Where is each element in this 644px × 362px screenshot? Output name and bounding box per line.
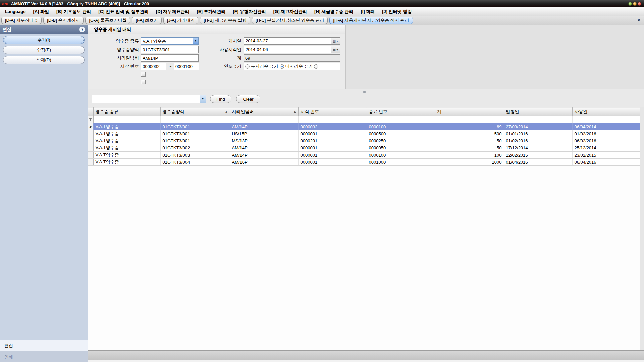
edit-button[interactable]: 수정(E) <box>3 46 85 54</box>
cell-type[interactable]: V.A.T영수증 <box>93 137 160 144</box>
cell-total[interactable]: 50 <box>435 144 504 152</box>
table-row[interactable]: V.A.T영수증 01GTKT3/003 AM/14P 0000001 0000… <box>88 152 640 159</box>
tab-receipt-book-management[interactable]: [H-A] 사용개시된 세금영수증 책자 관리 <box>329 17 413 24</box>
cell-serial[interactable]: HS/15P <box>230 130 298 137</box>
cell-end[interactable]: 0001000 <box>367 159 435 166</box>
cell-serial[interactable]: AM/14P <box>230 144 298 152</box>
menu-financial-statements[interactable]: [D] 재무제표관리 <box>152 7 193 16</box>
horizontal-splitter[interactable] <box>88 89 644 95</box>
menu-voucher-ledger[interactable]: [C] 전표 입력 및 장부관리 <box>95 7 152 16</box>
find-button[interactable]: Find <box>210 95 231 103</box>
cell-issue-date[interactable]: 27/03/2014 <box>504 123 572 130</box>
tab-tax-receipt-issue[interactable]: [H-B] 세금영수증 발행 <box>200 17 250 24</box>
cell-end[interactable]: 0000050 <box>367 144 435 152</box>
menu-tax-receipt[interactable]: [H] 세금영수증 관리 <box>311 7 357 16</box>
search-combobox[interactable]: ▼ <box>92 95 206 103</box>
use-start-date-picker[interactable]: 2014-04-06 ▦▼ <box>244 46 340 53</box>
cell-use-date[interactable]: 01/02/2016 <box>572 130 640 137</box>
filter-funnel-cell[interactable] <box>88 116 93 123</box>
clear-button[interactable]: Clear <box>236 95 260 103</box>
menu-internet-banking[interactable]: [J] 인터넷 뱅킹 <box>378 7 415 16</box>
add-button[interactable]: 추가(I) <box>3 36 85 44</box>
menu-currency[interactable]: [I] 화폐 <box>357 7 378 16</box>
chevron-down-icon[interactable]: ▼ <box>200 95 206 103</box>
header-serial-number[interactable]: 시리얼넘버▲ <box>230 107 298 116</box>
cell-form[interactable]: 01GTKT3/001 <box>160 130 230 137</box>
option-checkbox-1[interactable] <box>141 72 146 77</box>
radio-four-digit-icon[interactable] <box>280 64 284 69</box>
receipt-form-input[interactable] <box>141 46 199 53</box>
cell-issue-date[interactable]: 01/04/2016 <box>504 159 572 166</box>
header-receipt-type[interactable]: 영수증 종류 <box>93 107 160 116</box>
cell-start[interactable]: 0000001 <box>298 130 367 137</box>
cell-issue-date[interactable]: 01/01/2016 <box>504 130 572 137</box>
window-close-icon[interactable] <box>638 2 641 6</box>
cell-form[interactable]: 01GTKT3/001 <box>160 123 230 130</box>
cell-issue-date[interactable]: 12/02/2015 <box>504 152 572 159</box>
header-use-date[interactable]: 사용일 <box>572 107 640 116</box>
start-number-from-input[interactable] <box>141 63 166 70</box>
table-row[interactable]: V.A.T영수증 01GTKT3/004 AM/16P 0000001 0001… <box>88 159 640 166</box>
window-maximize-icon[interactable] <box>633 2 637 6</box>
filter-cell[interactable] <box>504 116 572 123</box>
cell-total[interactable]: 50 <box>435 137 504 144</box>
cell-type[interactable]: V.A.T영수증 <box>93 159 160 166</box>
vertical-scrollbar[interactable] <box>640 107 644 350</box>
cell-issue-date[interactable]: 01/02/2016 <box>504 137 572 144</box>
cell-end[interactable]: 0000250 <box>367 137 435 144</box>
calendar-icon[interactable]: ▦▼ <box>331 38 340 44</box>
table-row[interactable]: > V.A.T영수증 01GTKT3/001 AM/14P 0000032 00… <box>88 123 640 130</box>
cell-start[interactable]: 0000001 <box>298 159 367 166</box>
header-total[interactable]: 계 <box>435 107 504 116</box>
window-minimize-icon[interactable] <box>628 2 632 6</box>
sidebar-panel-edit[interactable]: 편집 <box>0 340 88 351</box>
filter-cell[interactable] <box>298 116 367 123</box>
cell-total[interactable]: 100 <box>435 152 504 159</box>
cell-use-date[interactable]: 25/12/2014 <box>572 144 640 152</box>
serial-number-input[interactable] <box>141 54 199 62</box>
cell-type[interactable]: V.A.T영수증 <box>93 123 160 130</box>
cell-total[interactable]: 500 <box>435 130 504 137</box>
cell-type[interactable]: V.A.T영수증 <box>93 144 160 152</box>
open-date-picker[interactable]: 2014-03-27 ▦▼ <box>244 37 340 45</box>
cell-serial[interactable]: AM/16P <box>230 159 298 166</box>
menu-language[interactable]: Language <box>1 7 29 16</box>
tab-goods-carryover[interactable]: [G-A] 물품초기이월 <box>85 17 130 24</box>
filter-cell[interactable] <box>160 116 230 123</box>
menu-fixed-assets[interactable]: [F] 유형자산관리 <box>229 7 269 16</box>
cell-serial[interactable]: AM/14P <box>230 123 298 130</box>
tab-balance-sheet[interactable]: [D-A] 재무상태표 <box>1 17 42 24</box>
filter-cell[interactable] <box>230 116 298 123</box>
collapse-panel-icon[interactable]: ▼ <box>79 27 85 32</box>
delete-button[interactable]: 삭제(D) <box>3 56 85 64</box>
cell-start[interactable]: 0000032 <box>298 123 367 130</box>
cell-end[interactable]: 0000100 <box>367 123 435 130</box>
tab-initial-price[interactable]: [I-A] 최초가 <box>132 17 161 24</box>
cell-use-date[interactable]: 23/02/2015 <box>572 152 640 159</box>
filter-cell[interactable] <box>572 116 640 123</box>
row-selector[interactable] <box>88 144 93 152</box>
tab-transactions[interactable]: [J-A] 거래내역 <box>163 17 198 24</box>
calendar-icon[interactable]: ▦▼ <box>331 46 340 53</box>
cell-use-date[interactable]: 06/04/2016 <box>572 159 640 166</box>
row-selector[interactable] <box>88 137 93 144</box>
cell-use-date[interactable]: 06/04/2014 <box>572 123 640 130</box>
cell-form[interactable]: 01GTKT3/001 <box>160 137 230 144</box>
cell-total[interactable]: 1000 <box>435 159 504 166</box>
menu-basic-info[interactable]: [B] 기초정보 관리 <box>53 7 95 16</box>
cell-serial[interactable]: MS/13P <box>230 137 298 144</box>
menu-inventory[interactable]: [G] 재고자산관리 <box>270 7 311 16</box>
menu-file[interactable]: [A] 파일 <box>29 7 53 16</box>
header-end-number[interactable]: 종료 번호 <box>367 107 435 116</box>
radio-extra-icon[interactable] <box>314 64 318 69</box>
cell-start[interactable]: 0000001 <box>298 144 367 152</box>
table-row[interactable]: V.A.T영수증 01GTKT3/002 AM/14P 0000001 0000… <box>88 144 640 152</box>
cell-end[interactable]: 0000100 <box>367 152 435 159</box>
sidebar-panel-print[interactable]: 인쇄 <box>0 351 88 362</box>
horizontal-scrollbar[interactable] <box>88 350 644 360</box>
filter-cell[interactable] <box>367 116 435 123</box>
row-selector[interactable] <box>88 130 93 137</box>
row-selector[interactable] <box>88 152 93 159</box>
table-row[interactable]: V.A.T영수증 01GTKT3/001 MS/13P 0000201 0000… <box>88 137 640 144</box>
header-issue-date[interactable]: 발행일 <box>504 107 572 116</box>
